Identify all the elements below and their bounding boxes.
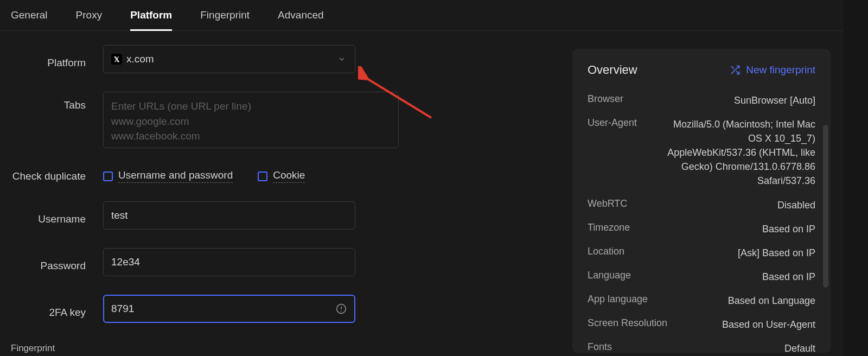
overview-value: Disabled bbox=[777, 198, 815, 212]
checkbox-box-icon bbox=[103, 171, 113, 181]
row-username: Username bbox=[11, 201, 564, 230]
svg-line-6 bbox=[732, 66, 734, 68]
overview-row-fonts: Fonts Default bbox=[588, 341, 815, 355]
platform-select[interactable]: 𝕏 x.com bbox=[103, 45, 355, 73]
overview-value: Based on Language bbox=[728, 294, 815, 308]
overview-row-screenres: Screen Resolution Based on User-Agent bbox=[588, 317, 815, 332]
svg-point-2 bbox=[341, 310, 342, 312]
platform-select-value: x.com bbox=[126, 53, 154, 65]
checkbox-cookie[interactable]: Cookie bbox=[258, 169, 305, 183]
overview-value: Based on IP bbox=[762, 222, 815, 236]
overview-row-webrtc: WebRTC Disabled bbox=[588, 198, 815, 212]
overview-header: Overview New fingerprint bbox=[588, 63, 815, 77]
tabs-textarea[interactable] bbox=[103, 92, 399, 148]
overview-value: Default bbox=[784, 341, 815, 355]
chevron-down-icon bbox=[337, 55, 346, 63]
tabbar: General Proxy Platform Fingerprint Advan… bbox=[0, 0, 844, 31]
overview-row-timezone: Timezone Based on IP bbox=[588, 222, 815, 236]
label-platform: Platform bbox=[11, 49, 103, 69]
row-password: Password bbox=[11, 248, 564, 276]
overview-key: WebRTC bbox=[588, 198, 627, 209]
overview-key: Location bbox=[588, 246, 624, 257]
tab-platform[interactable]: Platform bbox=[130, 0, 172, 31]
overview-row-applang: App language Based on Language bbox=[588, 294, 815, 308]
overview-key: Fonts bbox=[588, 341, 612, 353]
overview-row-location: Location [Ask] Based on IP bbox=[588, 246, 815, 260]
overview-key: Language bbox=[588, 270, 631, 281]
row-check-duplicate: Check duplicate Username and password Co… bbox=[11, 169, 564, 183]
label-password: Password bbox=[11, 252, 103, 272]
label-username: Username bbox=[11, 206, 103, 225]
form-column: Platform 𝕏 x.com Tabs bbox=[11, 45, 564, 333]
app-root: General Proxy Platform Fingerprint Advan… bbox=[0, 0, 844, 356]
tab-proxy[interactable]: Proxy bbox=[76, 0, 103, 31]
row-tabs: Tabs bbox=[11, 92, 564, 151]
footer-hint: Fingerprint bbox=[11, 343, 55, 354]
row-platform: Platform 𝕏 x.com bbox=[11, 45, 564, 73]
checkbox-username-password[interactable]: Username and password bbox=[103, 169, 233, 183]
scrollbar-thumb[interactable] bbox=[823, 125, 828, 288]
checkbox-label-cookie: Cookie bbox=[273, 169, 305, 183]
overview-key: App language bbox=[588, 294, 648, 305]
overview-key: Browser bbox=[588, 93, 623, 105]
label-check-duplicate: Check duplicate bbox=[11, 170, 103, 182]
overview-value: Based on IP bbox=[762, 270, 815, 284]
overview-value: [Ask] Based on IP bbox=[738, 246, 815, 260]
username-input[interactable] bbox=[103, 201, 355, 230]
row-2fa: 2FA key bbox=[11, 295, 564, 323]
overview-value: Mozilla/5.0 (Macintosh; Intel Mac OS X 1… bbox=[663, 117, 815, 188]
checkbox-label-userpass: Username and password bbox=[118, 169, 233, 183]
overview-value: SunBrowser [Auto] bbox=[734, 93, 815, 107]
overview-row-browser: Browser SunBrowser [Auto] bbox=[588, 93, 815, 107]
tab-fingerprint[interactable]: Fingerprint bbox=[200, 0, 250, 31]
overview-row-useragent: User-Agent Mozilla/5.0 (Macintosh; Intel… bbox=[588, 117, 815, 188]
overview-scrollbar[interactable] bbox=[823, 125, 828, 342]
tab-advanced[interactable]: Advanced bbox=[278, 0, 324, 31]
label-tabs: Tabs bbox=[11, 92, 103, 111]
overview-key: Timezone bbox=[588, 222, 630, 233]
overview-title: Overview bbox=[588, 63, 637, 77]
overview-row-language: Language Based on IP bbox=[588, 270, 815, 284]
checkbox-box-icon bbox=[258, 171, 267, 181]
label-2fa: 2FA key bbox=[11, 299, 103, 319]
shuffle-icon bbox=[730, 65, 741, 75]
overview-key: User-Agent bbox=[588, 117, 637, 129]
overview-key: Screen Resolution bbox=[588, 317, 667, 329]
x-logo-icon: 𝕏 bbox=[111, 54, 122, 65]
password-input[interactable] bbox=[103, 248, 355, 276]
overview-value: Based on User-Agent bbox=[722, 317, 815, 332]
new-fingerprint-label: New fingerprint bbox=[746, 64, 815, 76]
warning-icon bbox=[336, 303, 347, 314]
tab-general[interactable]: General bbox=[11, 0, 48, 31]
overview-panel: Overview New fingerprint Browser SunBrow… bbox=[572, 49, 831, 353]
new-fingerprint-button[interactable]: New fingerprint bbox=[730, 64, 815, 76]
twofa-input[interactable] bbox=[103, 295, 355, 323]
